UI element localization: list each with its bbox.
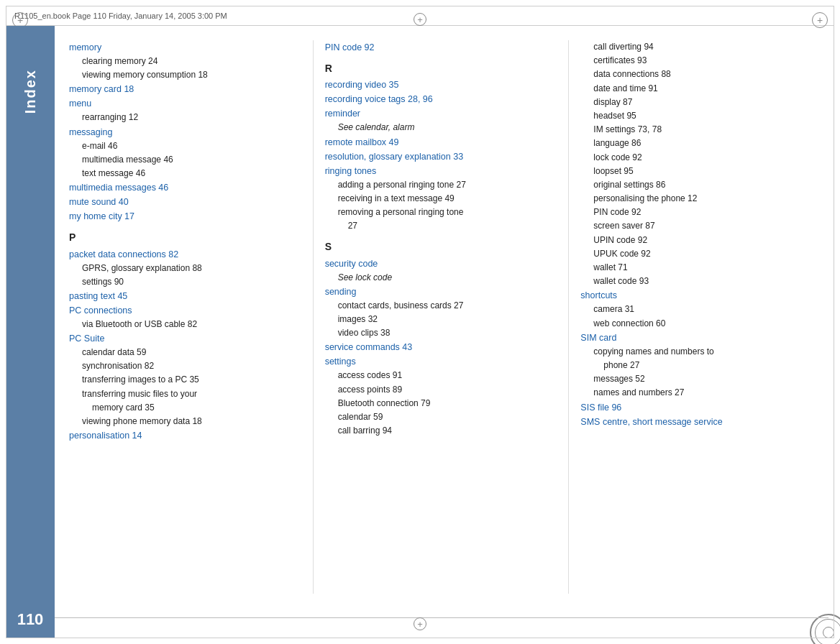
page-border [6, 6, 834, 638]
